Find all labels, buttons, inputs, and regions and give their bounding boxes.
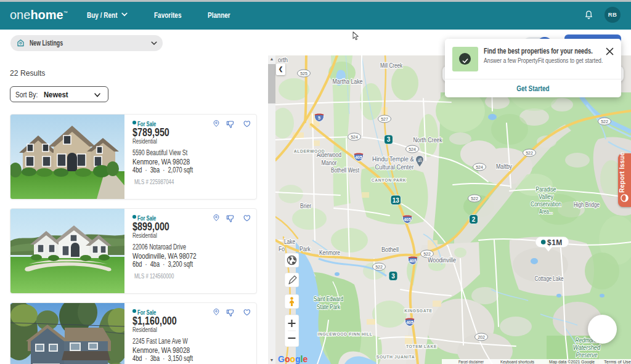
svg-text:522: 522 <box>375 265 383 269</box>
svg-text:G: G <box>278 354 285 364</box>
svg-text:INGLEWOOD FINN HILL: INGLEWOOD FINN HILL <box>318 332 373 336</box>
svg-text:o: o <box>285 354 290 364</box>
svg-text:Preserve: Preserve <box>576 351 598 358</box>
svg-text:Paradise: Paradise <box>536 185 556 193</box>
svg-text:Terms of Use: Terms of Use <box>604 360 631 364</box>
svg-text:522: 522 <box>601 119 608 124</box>
svg-text:13: 13 <box>393 197 400 204</box>
svg-text:3: 3 <box>391 273 395 280</box>
svg-text:202: 202 <box>478 335 485 339</box>
svg-text:Saint Edward: Saint Edward <box>314 295 343 302</box>
svg-text:Cottage Lake: Cottage Lake <box>535 275 564 282</box>
svg-text:Manor: Manor <box>322 159 337 166</box>
svg-text:2: 2 <box>472 216 476 223</box>
svg-text:Map data ©2021 Google: Map data ©2021 Google <box>549 360 595 364</box>
svg-text:$1M: $1M <box>547 238 563 247</box>
svg-text:Mill Creek: Mill Creek <box>380 62 402 69</box>
svg-text:522: 522 <box>526 151 533 155</box>
svg-text:525: 525 <box>300 71 307 76</box>
svg-text:ALDERWOOD: ALDERWOOD <box>294 149 325 153</box>
svg-text:3: 3 <box>387 136 391 143</box>
svg-text:522: 522 <box>423 252 431 256</box>
svg-text:405: 405 <box>406 320 413 325</box>
svg-text:TOTEM LAKE: TOTEM LAKE <box>406 344 437 349</box>
svg-text:High Bridge: High Bridge <box>574 201 600 208</box>
svg-text:Keyboard shortcuts: Keyboard shortcuts <box>500 360 534 364</box>
svg-text:Lake: Lake <box>284 238 295 245</box>
svg-text:e: e <box>303 354 308 364</box>
svg-text:Woodinville: Woodinville <box>428 256 456 264</box>
svg-text:o: o <box>290 354 296 364</box>
svg-text:Bothell West: Bothell West <box>331 166 360 174</box>
svg-text:KINGSGATE: KINGSGATE <box>404 309 432 313</box>
svg-text:Watershed: Watershed <box>573 344 600 351</box>
svg-text:Kenmore: Kenmore <box>319 249 340 256</box>
svg-text:Area...: Area... <box>539 208 553 215</box>
svg-text:g: g <box>295 354 301 364</box>
svg-text:State Park: State Park <box>317 303 340 310</box>
svg-text:Park: Park <box>299 245 311 253</box>
svg-text:522: 522 <box>471 196 478 201</box>
svg-text:405: 405 <box>404 217 411 222</box>
svg-text:ॐ: ॐ <box>418 158 422 163</box>
svg-text:Bothell: Bothell <box>381 246 399 253</box>
svg-text:CANYON PARK: CANYON PARK <box>372 178 407 182</box>
svg-text:Fo: Fo <box>279 245 285 253</box>
svg-text:Brier: Brier <box>300 202 311 209</box>
svg-text:Cultural Center: Cultural Center <box>375 163 414 171</box>
svg-text:524: 524 <box>476 165 483 169</box>
svg-text:SOUTH JUANITA: SOUTH JUANITA <box>377 355 415 359</box>
svg-text:527: 527 <box>381 117 388 121</box>
svg-text:405: 405 <box>355 155 362 160</box>
svg-text:405: 405 <box>409 259 417 263</box>
svg-text:North Creek: North Creek <box>413 136 442 144</box>
svg-text:Parcel disclaimer: Parcel disclaimer <box>458 360 484 364</box>
svg-text:Conservation: Conservation <box>531 200 561 208</box>
svg-text:524: 524 <box>409 147 416 152</box>
svg-text:Valley: Valley <box>539 193 553 200</box>
svg-text:Martha Lake: Martha Lake <box>333 78 363 85</box>
svg-text:5: 5 <box>318 116 320 120</box>
svg-text:524: 524 <box>351 135 358 139</box>
svg-text:Maltby: Maltby <box>496 163 512 170</box>
svg-text:Hindu Temple &: Hindu Temple & <box>372 155 414 163</box>
